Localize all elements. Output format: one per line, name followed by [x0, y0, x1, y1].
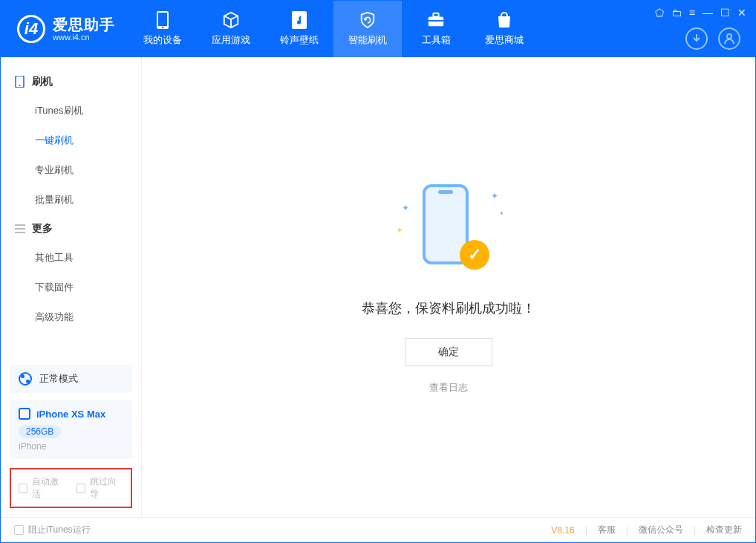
- checkbox-icon: [19, 484, 27, 493]
- bag-icon: [495, 11, 513, 29]
- sidebar: 刷机 iTunes刷机 一键刷机 专业刷机 批量刷机 更多 其他工具 下载固件 …: [1, 57, 142, 517]
- footer: 阻止iTunes运行 V8.16 | 客服 | 微信公众号 | 检查更新: [1, 517, 755, 542]
- nav-smart-flash[interactable]: 智能刷机: [333, 1, 402, 57]
- check-badge-icon: ✓: [460, 240, 489, 270]
- skip-guide-checkbox[interactable]: 跳过向导: [76, 475, 124, 501]
- download-button[interactable]: [685, 27, 708, 50]
- checkbox-icon: [14, 525, 24, 535]
- sidebar-item-advanced[interactable]: 高级功能: [1, 302, 141, 332]
- device-mode[interactable]: 正常模式: [10, 365, 132, 393]
- maximize-button[interactable]: ☐: [720, 7, 730, 19]
- svg-point-7: [727, 34, 731, 39]
- nav-store[interactable]: 爱思商城: [470, 1, 538, 57]
- sidebar-group-flash: 刷机: [1, 68, 141, 96]
- sidebar-item-pro-flash[interactable]: 专业刷机: [1, 155, 141, 185]
- sparkle-icon: ✦: [402, 203, 409, 213]
- sidebar-item-itunes-flash[interactable]: iTunes刷机: [1, 96, 141, 126]
- app-name: 爱思助手: [53, 16, 115, 33]
- svg-rect-6: [428, 20, 443, 22]
- refresh-shield-icon: [359, 11, 377, 29]
- body: 刷机 iTunes刷机 一键刷机 专业刷机 批量刷机 更多 其他工具 下载固件 …: [1, 57, 755, 517]
- flash-options-highlight: 自动激活 跳过向导: [10, 468, 132, 508]
- device-info[interactable]: iPhone XS Max 256GB iPhone: [10, 400, 132, 459]
- phone-icon: [14, 77, 25, 88]
- logo-icon: i4: [17, 15, 45, 43]
- nav-ringtones-wallpapers[interactable]: 铃声壁纸: [265, 1, 333, 57]
- svg-rect-1: [158, 13, 167, 26]
- footer-link-wechat[interactable]: 微信公众号: [639, 524, 683, 536]
- sidebar-item-download-firmware[interactable]: 下载固件: [1, 273, 141, 302]
- version-label: V8.16: [551, 525, 574, 536]
- sidebar-item-batch-flash[interactable]: 批量刷机: [1, 185, 141, 215]
- header: i4 爱思助手 www.i4.cn 我的设备 应用游戏 铃声壁纸 智能刷机: [1, 1, 755, 57]
- lock-icon[interactable]: 🗀: [671, 7, 682, 19]
- toolbox-icon: [427, 11, 445, 29]
- top-nav: 我的设备 应用游戏 铃声壁纸 智能刷机 工具箱 爱思商城: [128, 1, 538, 57]
- music-file-icon: [290, 11, 308, 29]
- mode-icon: [19, 372, 32, 386]
- footer-link-support[interactable]: 客服: [598, 524, 616, 536]
- svg-rect-5: [433, 13, 438, 17]
- ok-button[interactable]: 确定: [405, 338, 492, 366]
- nav-toolbox[interactable]: 工具箱: [402, 1, 470, 57]
- auto-activate-checkbox[interactable]: 自动激活: [19, 475, 66, 501]
- minimize-button[interactable]: —: [703, 7, 713, 19]
- success-message: 恭喜您，保资料刷机成功啦！: [362, 299, 535, 317]
- device-name: iPhone XS Max: [36, 409, 105, 420]
- block-itunes-checkbox[interactable]: 阻止iTunes运行: [14, 524, 91, 536]
- cube-icon: [222, 11, 240, 29]
- sparkle-icon: ✦: [499, 210, 504, 217]
- sidebar-item-onekey-flash[interactable]: 一键刷机: [1, 126, 141, 155]
- sparkle-icon: ✦: [396, 225, 403, 235]
- menu-icon[interactable]: ≡: [689, 7, 695, 19]
- svg-point-9: [19, 85, 21, 86]
- sidebar-item-other-tools[interactable]: 其他工具: [1, 243, 141, 273]
- device-icon: [154, 11, 172, 29]
- nav-my-device[interactable]: 我的设备: [128, 1, 197, 57]
- device-type: iPhone: [19, 441, 123, 452]
- user-button[interactable]: [718, 27, 740, 50]
- close-button[interactable]: ✕: [737, 7, 746, 19]
- device-small-icon: [19, 408, 30, 420]
- svg-point-2: [162, 27, 163, 28]
- app-window: i4 爱思助手 www.i4.cn 我的设备 应用游戏 铃声壁纸 智能刷机: [0, 0, 756, 543]
- device-storage: 256GB: [19, 425, 61, 438]
- logo[interactable]: i4 爱思助手 www.i4.cn: [1, 1, 128, 57]
- app-url: www.i4.cn: [53, 33, 115, 42]
- footer-link-update[interactable]: 检查更新: [706, 524, 742, 536]
- checkbox-icon: [76, 484, 85, 493]
- shirt-icon[interactable]: ⬠: [655, 7, 664, 19]
- list-icon: [14, 224, 25, 235]
- nav-apps-games[interactable]: 应用游戏: [197, 1, 265, 57]
- view-log-link[interactable]: 查看日志: [429, 381, 468, 394]
- sparkle-icon: ✦: [491, 191, 498, 201]
- success-illustration: ✦ ✦ ✦ ✦ ✓: [400, 181, 497, 277]
- sidebar-group-more: 更多: [1, 215, 141, 243]
- main-content: ✦ ✦ ✦ ✦ ✓ 恭喜您，保资料刷机成功啦！ 确定 查看日志: [142, 57, 755, 517]
